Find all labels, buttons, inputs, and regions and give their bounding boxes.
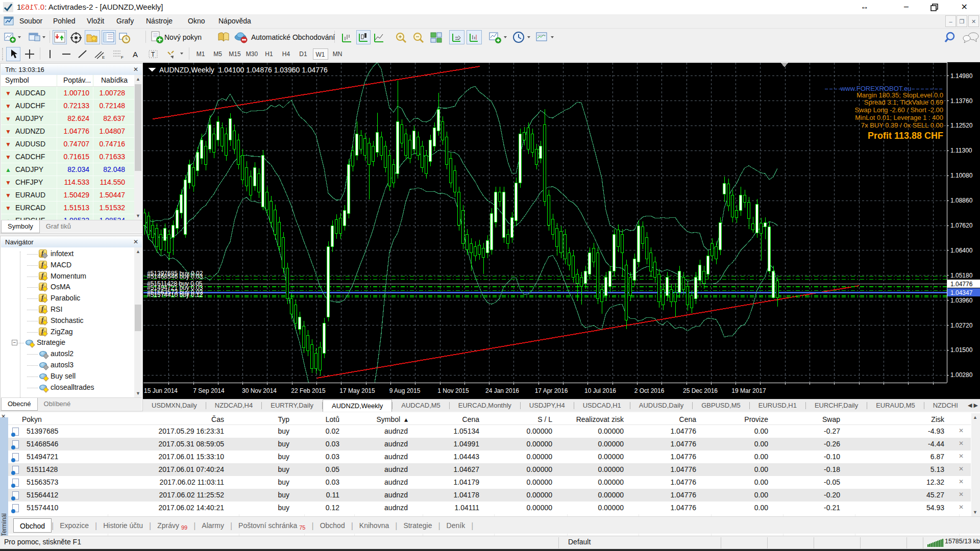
svg-text:1.10080: 1.10080 [950,172,973,179]
svg-text:1.14980: 1.14980 [950,72,973,80]
svg-text:1.05180: 1.05180 [950,272,973,279]
svg-text:1.00280: 1.00280 [950,371,973,379]
svg-text:MinLot 0.01; Leverage 1 : 400: MinLot 0.01; Leverage 1 : 400 [855,114,943,121]
svg-text:25 Dec 2016: 25 Dec 2016 [683,387,718,394]
svg-text:30 Nov 2014: 30 Nov 2014 [242,387,277,394]
svg-text:15 Jun 2014: 15 Jun 2014 [144,387,178,394]
svg-text:24 Jan 2016: 24 Jan 2016 [485,387,519,394]
svg-text:F: F [121,55,124,59]
svg-text:1.07620: 1.07620 [950,222,973,229]
svg-text:1.08860: 1.08860 [950,197,973,204]
svg-text:1.12520: 1.12520 [950,122,973,129]
svg-text:9 Aug 2015: 9 Aug 2015 [389,387,421,394]
svg-text:#51468546 buy 0.03: #51468546 buy 0.03 [147,273,203,280]
svg-text:E: E [102,55,105,59]
svg-text:Spread 3.1; TickValue 0.69: Spread 3.1; TickValue 0.69 [864,98,943,106]
svg-text:17 Apr 2016: 17 Apr 2016 [535,387,568,394]
svg-text:22 Feb 2015: 22 Feb 2015 [291,387,326,394]
svg-text:1.02720: 1.02720 [950,322,973,329]
svg-text:1.04347: 1.04347 [950,289,973,296]
svg-text:1.13760: 1.13760 [950,97,973,105]
svg-text:Swap Long -2.60 / Short -2.00: Swap Long -2.60 / Short -2.00 [855,106,943,114]
svg-text:7 Sep 2014: 7 Sep 2014 [193,387,225,394]
svg-text:1.03960: 1.03960 [950,297,973,304]
svg-text:1.06400: 1.06400 [950,247,973,254]
svg-text:Profit 113.88 CHF: Profit 113.88 CHF [868,131,943,141]
svg-text:1.11300: 1.11300 [950,147,972,154]
svg-text:AUDNZD,Weekly 1.04100 1.04876: AUDNZD,Weekly 1.04100 1.04876 1.03960 1.… [159,66,328,74]
svg-text:2 Oct 2016: 2 Oct 2016 [634,387,665,394]
svg-text:Margin 180.35; StopLevel 0.0: Margin 180.35; StopLevel 0.0 [856,91,943,99]
svg-text:1.01500: 1.01500 [950,346,973,354]
svg-text:#51574410 buy 0.12: #51574410 buy 0.12 [147,291,203,298]
svg-text:A: A [133,50,138,59]
svg-text:19 Mar 2017: 19 Mar 2017 [731,387,766,394]
svg-text:1.04776: 1.04776 [950,281,973,288]
svg-text:17 May 2015: 17 May 2015 [339,387,375,394]
svg-text:10 Jul 2016: 10 Jul 2016 [584,387,616,394]
svg-text:1 Nov 2015: 1 Nov 2015 [437,387,469,394]
svg-text:7x BUY 0.39 / 0x SELL 0.00: 7x BUY 0.39 / 0x SELL 0.00 [861,121,943,129]
